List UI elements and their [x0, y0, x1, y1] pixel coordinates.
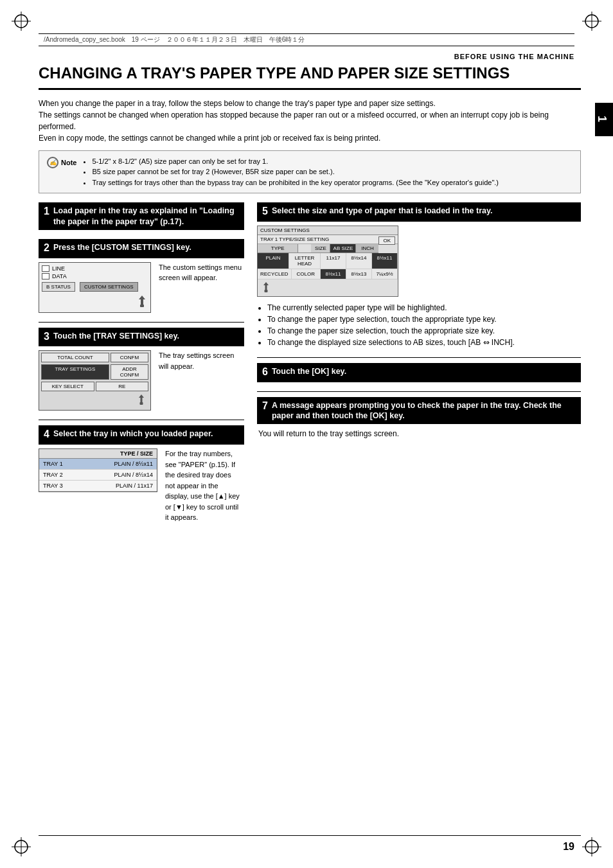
size-8.5x11r-btn[interactable]: 8½x11 — [321, 269, 346, 279]
step-2-body: The custom settings menu screen will app… — [157, 262, 244, 283]
top-bar: /Andromeda_copy_sec.book 19 ページ ２００６年１１月… — [39, 33, 574, 46]
corner-mark-br — [582, 837, 601, 856]
size-8.5x14-btn[interactable]: 8½x14 — [346, 253, 372, 269]
step-6-header: 6 Touch the [OK] key. — [257, 363, 581, 382]
size-8.5x13-btn[interactable]: 8½x13 — [346, 269, 372, 279]
ok-button[interactable]: OK — [378, 236, 395, 245]
tray-settings-screen: TOTAL COUNT CONFM TRAY SETTINGS ADDR CON… — [39, 350, 151, 411]
corner-mark-tl — [12, 12, 31, 31]
recycled-btn[interactable]: RECYCLED — [258, 269, 292, 279]
note-label: ✍ Note — [47, 157, 76, 168]
left-column: 1 Load paper in the tray as explained in… — [39, 202, 244, 531]
key-select-btn[interactable]: KEY SELECT — [41, 382, 94, 391]
step-3-header: 3 Touch the [TRAY SETTINGS] key. — [39, 328, 244, 347]
color-btn[interactable]: COLOR — [292, 269, 321, 279]
total-count-btn[interactable]: TOTAL COUNT — [41, 353, 109, 362]
type-header: TYPE — [258, 244, 298, 252]
note-bullets: 5-1/2" x 8-1/2" (A5) size paper can only… — [83, 156, 499, 188]
step-4-header: 4 Select the tray in which you loaded pa… — [39, 425, 244, 445]
step-2: 2 Press the [CUSTOM SETTINGS] key. LINE … — [39, 239, 244, 313]
step-2-header: 2 Press the [CUSTOM SETTINGS] key. — [39, 239, 244, 258]
note-icon: ✍ — [47, 157, 58, 168]
step-4: 4 Select the tray in which you loaded pa… — [39, 420, 244, 522]
svg-rect-12 — [140, 305, 144, 307]
svg-rect-13 — [140, 402, 143, 405]
plain-btn[interactable]: PLAIN — [258, 253, 289, 269]
inch-header[interactable]: INCH — [356, 244, 378, 252]
chapter-tab: 1 — [595, 103, 613, 136]
tray-list-screen: TYPE / SIZE TRAY 1 PLAIN / 8½x11 TRAY 2 … — [39, 448, 157, 492]
svg-rect-14 — [265, 290, 268, 292]
step-6: 6 Touch the [OK] key. — [257, 357, 581, 382]
step-3: 3 Touch the [TRAY SETTINGS] key. TOTAL C… — [39, 322, 244, 411]
size-header: SIZE — [311, 244, 330, 252]
step-5-header: 5 Select the size and type of paper that… — [257, 202, 581, 222]
right-column: 5 Select the size and type of paper that… — [257, 202, 581, 531]
step-7-body: You will return to the tray settings scr… — [257, 428, 581, 439]
step-1-header: 1 Load paper in the tray as explained in… — [39, 202, 244, 230]
size-11x17-btn[interactable]: 11x17 — [321, 253, 346, 269]
step-7: 7 A message appears prompting you to che… — [257, 391, 581, 440]
tray-row-1[interactable]: TRAY 1 PLAIN / 8½x11 — [39, 459, 157, 470]
intro-text: When you change the paper in a tray, fol… — [39, 98, 581, 144]
bottom-line — [39, 835, 581, 836]
re-btn[interactable]: RE — [96, 382, 149, 391]
step-1: 1 Load paper in the tray as explained in… — [39, 202, 244, 230]
file-info: /Andromeda_copy_sec.book 19 ページ ２００６年１１月… — [44, 35, 305, 44]
main-content: CHANGING A TRAY'S PAPER TYPE AND PAPER S… — [39, 64, 581, 829]
page-title: CHANGING A TRAY'S PAPER TYPE AND PAPER S… — [39, 64, 581, 90]
step-7-header: 7 A message appears prompting you to che… — [257, 397, 581, 425]
ab-header[interactable]: AB SIZE — [330, 244, 356, 252]
corner-mark-tr — [582, 12, 601, 31]
step-4-body: For the tray numbers, see "PAPER" (p.15)… — [164, 448, 244, 523]
two-col-layout: 1 Load paper in the tray as explained in… — [39, 202, 581, 531]
tray-settings-btn[interactable]: TRAY SETTINGS — [41, 364, 109, 380]
step-3-body: The tray settings screen will appear. — [157, 350, 244, 371]
confm-btn[interactable]: CONFM — [111, 353, 148, 362]
page-header: BEFORE USING THE MACHINE — [454, 53, 574, 60]
corner-mark-bl — [12, 837, 31, 856]
addr-confm-btn[interactable]: ADDR CONFM — [111, 364, 148, 380]
note-box: ✍ Note 5-1/2" x 8-1/2" (A5) size paper c… — [39, 150, 581, 194]
letter-head-btn[interactable]: LETTER HEAD — [289, 253, 321, 269]
step-5: 5 Select the size and type of paper that… — [257, 202, 581, 348]
custom-settings-grid: CUSTOM SETTINGS TRAY 1 TYPE/SIZE SETTING… — [257, 226, 398, 297]
custom-settings-panel: LINE DATA B STATUS CUSTOM SETTINGS — [39, 262, 151, 313]
page-number: 19 — [563, 841, 574, 853]
step-5-bullets: The currently selected paper type will b… — [257, 302, 581, 348]
size-8.5x11-btn[interactable]: 8½x11 — [372, 253, 398, 269]
b-status-btn[interactable]: B STATUS — [42, 282, 75, 292]
custom-settings-btn[interactable]: CUSTOM SETTINGS — [80, 282, 138, 292]
tray-row-2[interactable]: TRAY 2 PLAIN / 8½x14 — [39, 470, 157, 481]
tray-row-3[interactable]: TRAY 3 PLAIN / 11x17 — [39, 481, 157, 492]
size-7.25x9.5-btn[interactable]: 7¼x9½ — [372, 269, 398, 279]
